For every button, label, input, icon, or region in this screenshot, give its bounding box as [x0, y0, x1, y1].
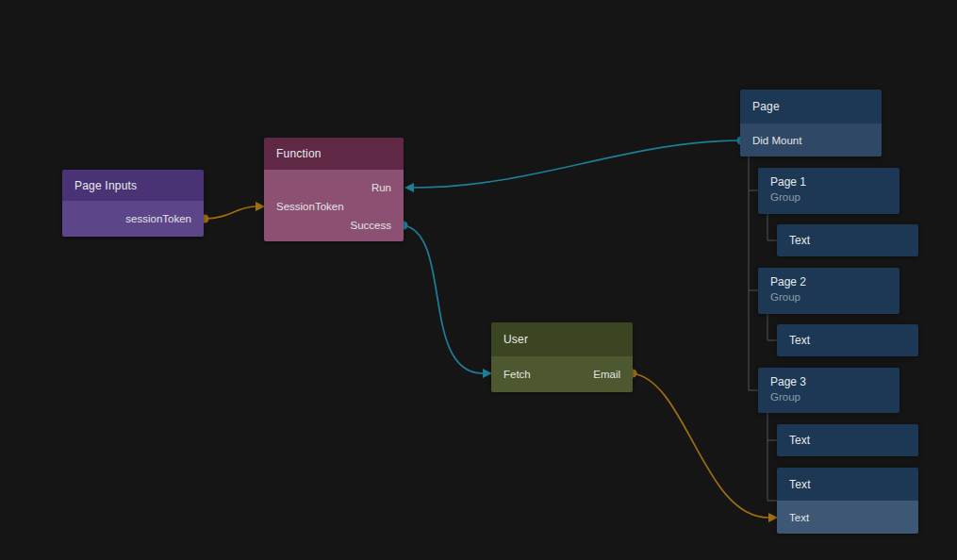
port-success-output[interactable]: Success — [264, 216, 404, 235]
node-page-2-group[interactable]: Page 2 Group — [758, 268, 899, 314]
node-text-page3-second[interactable]: Text Text — [777, 468, 918, 534]
port-fetch-input[interactable]: Fetch — [503, 369, 531, 380]
node-text-page1[interactable]: Text — [777, 224, 918, 256]
port-didmount-output[interactable]: Did Mount — [740, 124, 882, 156]
edge-email-to-text[interactable] — [633, 373, 768, 518]
edge-arrowhead — [404, 183, 414, 192]
port-email-output[interactable]: Email — [593, 369, 620, 380]
port-text-input[interactable]: Text — [777, 501, 918, 534]
node-title: Page 2 — [770, 274, 899, 290]
edge-didmount-to-run[interactable] — [414, 140, 741, 188]
node-page-1-group[interactable]: Page 1 Group — [758, 168, 899, 214]
node-page[interactable]: Page Did Mount — [740, 90, 882, 156]
node-user[interactable]: User Fetch Email — [491, 322, 633, 392]
node-title: Text — [777, 468, 918, 501]
node-page-inputs[interactable]: Page Inputs sessionToken — [62, 170, 204, 237]
node-function[interactable]: Function Run SessionToken Success — [264, 138, 404, 241]
node-title: Page 1 — [770, 174, 899, 190]
node-title: Page — [740, 90, 882, 124]
node-title: User — [491, 322, 633, 356]
edge-sessiontoken-to-function[interactable] — [205, 206, 256, 219]
port-run-input[interactable]: Run — [264, 178, 404, 197]
node-title: Text — [789, 234, 810, 247]
node-title: Text — [789, 334, 810, 347]
node-subtitle: Group — [770, 190, 899, 205]
port-sessiontoken-input[interactable]: SessionToken — [264, 197, 404, 216]
node-title: Page 3 — [770, 374, 899, 390]
node-title: Page Inputs — [62, 170, 204, 201]
port-sessiontoken-output[interactable]: sessionToken — [62, 201, 204, 237]
node-title: Function — [264, 138, 404, 170]
node-page-3-group[interactable]: Page 3 Group — [758, 368, 899, 413]
node-title: Text — [789, 434, 810, 447]
node-graph-canvas[interactable]: Page Inputs sessionToken Function Run Se… — [0, 0, 957, 560]
edge-success-to-fetch[interactable] — [404, 225, 483, 373]
node-text-page3-first[interactable]: Text — [777, 424, 918, 456]
node-text-page2[interactable]: Text — [777, 324, 918, 356]
node-subtitle: Group — [770, 390, 899, 404]
node-subtitle: Group — [770, 290, 899, 305]
